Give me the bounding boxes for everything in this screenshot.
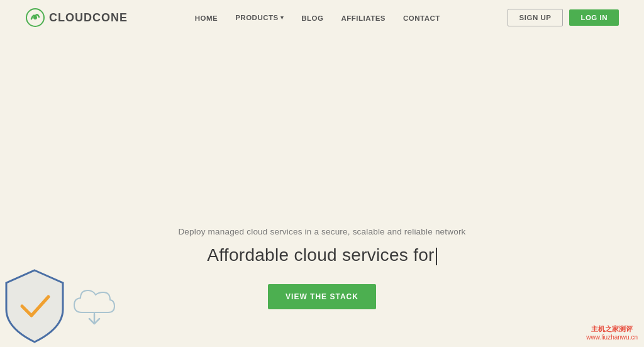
watermark: 主机之家测评 www.liuzhanwu.cn <box>586 324 638 341</box>
nav-buttons: SIGN UP LOG IN <box>508 9 619 26</box>
cloud-decoration <box>69 278 119 328</box>
nav-item-affiliates[interactable]: AFFILIATES <box>341 12 386 23</box>
shield-icon <box>0 265 75 347</box>
nav-link-affiliates[interactable]: AFFILIATES <box>341 14 386 22</box>
nav-links: HOME PRODUCTS ▾ BLOG AFFILIATES CONTACT <box>195 12 440 23</box>
navbar: CLOUDCONE HOME PRODUCTS ▾ BLOG AFFILIATE… <box>0 0 644 35</box>
logo-icon <box>25 8 45 28</box>
svg-point-1 <box>33 16 37 19</box>
nav-item-blog[interactable]: BLOG <box>301 12 323 23</box>
cloud-icon <box>69 278 119 328</box>
view-stack-button[interactable]: VIEW THE STACK <box>268 284 376 309</box>
typing-cursor <box>436 248 437 265</box>
nav-item-contact[interactable]: CONTACT <box>403 12 440 23</box>
signup-button[interactable]: SIGN UP <box>508 9 564 26</box>
nav-link-contact[interactable]: CONTACT <box>403 14 440 22</box>
hero-title: Affordable cloud services for <box>207 245 436 265</box>
hero-subtitle: Deploy managed cloud services in a secur… <box>178 227 465 236</box>
nav-link-home[interactable]: HOME <box>195 14 218 22</box>
logo-text: CLOUDCONE <box>49 11 128 25</box>
nav-link-blog[interactable]: BLOG <box>301 14 323 22</box>
logo[interactable]: CLOUDCONE <box>25 8 128 28</box>
nav-link-products[interactable]: PRODUCTS ▾ <box>235 14 284 21</box>
chevron-down-icon: ▾ <box>280 14 284 21</box>
shield-decoration <box>0 265 75 347</box>
login-button[interactable]: LOG IN <box>569 9 619 26</box>
nav-item-products[interactable]: PRODUCTS ▾ <box>235 14 284 21</box>
nav-item-home[interactable]: HOME <box>195 12 218 23</box>
watermark-title: 主机之家测评 <box>586 324 638 334</box>
watermark-url: www.liuzhanwu.cn <box>586 334 638 341</box>
hero-section: Deploy managed cloud services in a secur… <box>0 35 644 347</box>
